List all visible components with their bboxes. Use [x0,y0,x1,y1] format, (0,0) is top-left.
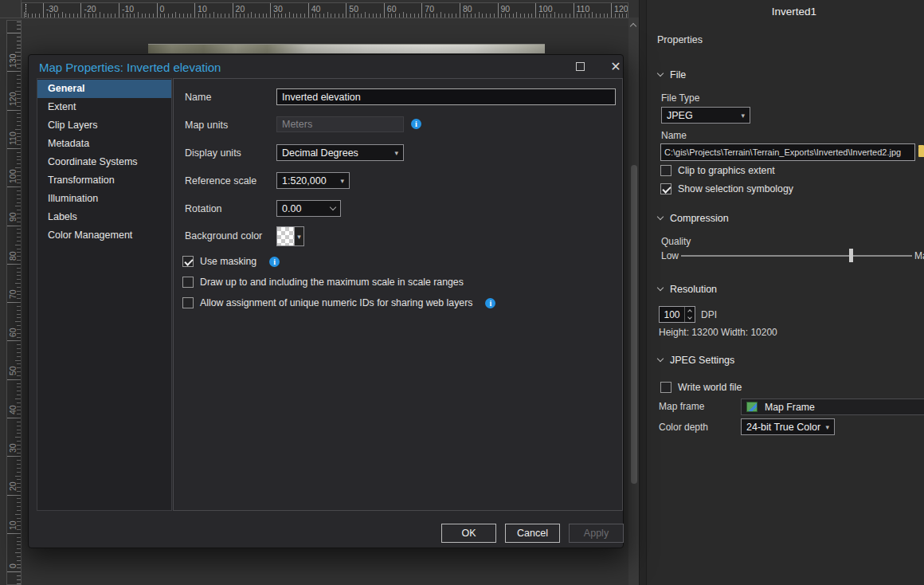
vertical-scrollbar[interactable] [628,18,639,585]
ruler-tick [270,3,271,18]
color-depth-dropdown[interactable]: 24-bit True Color ▾ [741,418,835,435]
write-world-file-checkbox[interactable] [660,382,671,393]
numeric-ids-label: Allow assignment of unique numeric IDs f… [200,297,472,308]
dpi-spinner[interactable]: 100 [659,306,695,323]
ruler-label: 60 [387,4,397,14]
sidebar-item-extent[interactable]: Extent [37,98,171,116]
write-world-file-row[interactable]: Write world file [660,382,742,393]
sidebar-item-clip-layers[interactable]: Clip Layers [37,116,171,135]
ruler-tick [77,14,78,18]
ruler-tick [520,14,521,18]
info-icon[interactable]: i [411,119,421,129]
section-compression[interactable]: Compression [658,213,729,224]
ruler-tick [546,14,547,18]
rotation-value: 0.00 [282,203,301,214]
ruler-tick [421,3,422,18]
info-icon[interactable]: i [485,298,495,308]
ruler-label: 50 [8,344,18,375]
ruler-tick [339,14,339,18]
map-name-input[interactable] [276,88,616,105]
ruler-tick [596,14,597,18]
clip-to-graphics-row[interactable]: Clip to graphics extent [660,165,775,176]
ruler-tick [138,12,139,18]
dialog-title[interactable]: Map Properties: Inverted elevation [39,61,221,74]
numeric-ids-row[interactable]: Allow assignment of unique numeric IDs f… [182,297,495,308]
close-icon[interactable]: ✕ [608,58,624,76]
ruler-tick [32,14,33,18]
sidebar-item-labels[interactable]: Labels [37,208,171,226]
file-type-value: JPEG [667,110,693,121]
sidebar-item-metadata[interactable]: Metadata [37,135,171,153]
ruler-tick [84,14,85,18]
scrollbar-up-icon[interactable] [630,23,636,29]
section-resolution[interactable]: Resolution [658,284,717,295]
ruler-tick [539,14,540,18]
ruler-tick [7,148,21,149]
spinner-down-icon[interactable] [687,315,692,320]
chevron-down-icon [657,355,664,362]
section-file[interactable]: File [658,69,686,80]
ruler-tick [7,226,21,226]
map-frame-field[interactable]: Map Frame [741,399,924,415]
rotation-combo[interactable]: 0.00 [276,200,341,217]
ruler-tick [361,14,362,18]
ruler-tick [581,14,581,18]
dropdown-arrow-icon: ▾ [340,177,344,185]
ruler-tick [168,14,169,18]
ruler-label: 30 [273,4,283,14]
quality-slider-thumb[interactable] [849,249,853,262]
sidebar-item-general[interactable]: General [37,80,171,98]
ruler-tick [39,14,40,18]
sidebar-item-coordinate-systems[interactable]: Coordinate Systems [37,153,171,171]
sidebar-item-transformation[interactable]: Transformation [37,171,171,190]
sidebar-item-illumination[interactable]: Illumination [37,190,171,208]
quality-slider[interactable] [681,255,912,257]
draw-max-scale-row[interactable]: Draw up to and including the maximum sca… [182,277,464,288]
clip-to-graphics-checkbox[interactable] [660,165,671,176]
info-icon[interactable]: i [269,257,280,267]
show-selection-checkbox[interactable] [660,183,671,194]
ruler-tick [69,14,70,18]
file-type-dropdown[interactable]: JPEG ▾ [661,107,750,124]
ruler-tick [585,14,585,18]
color-depth-value: 24-bit True Color [746,422,820,433]
display-units-dropdown[interactable]: Decimal Degrees ▾ [276,144,404,161]
ruler-label: 60 [8,305,18,337]
dialog-content-panel: Name Map units Meters i Display units De… [173,78,623,511]
background-color-picker[interactable]: ▾ [276,226,304,246]
file-name-label: Name [661,130,687,141]
ruler-tick [202,14,203,18]
use-masking-row[interactable]: Use masking i [182,256,280,267]
panel-divider[interactable] [639,0,647,585]
browse-folder-icon[interactable] [918,147,924,157]
use-masking-checkbox[interactable] [182,256,194,267]
restore-window-icon[interactable] [576,62,585,71]
ruler-tick [7,264,21,265]
reference-scale-dropdown[interactable]: 1:520,000 ▾ [276,172,350,189]
spinner-up-icon[interactable] [687,309,692,314]
section-jpeg-settings[interactable]: JPEG Settings [658,355,734,366]
ruler-tick [358,14,358,18]
ruler-tick [471,14,472,18]
cancel-button[interactable]: Cancel [505,524,560,543]
ok-button[interactable]: OK [441,524,496,543]
ruler-tick [17,29,21,29]
sidebar-item-color-management[interactable]: Color Management [37,226,171,245]
draw-max-scale-checkbox[interactable] [182,277,194,288]
ruler-tick [467,14,468,18]
ruler-label: 100 [538,4,553,14]
ruler-tick [213,12,214,18]
ruler-tick [164,14,165,18]
ruler-tick [622,14,623,18]
dpi-spinner-buttons[interactable] [684,307,695,322]
ruler-tick [7,186,21,187]
ruler-label: 50 [349,4,358,14]
ruler-tick [236,14,237,18]
scrollbar-thumb[interactable] [631,165,637,484]
ruler-tick [88,14,89,18]
file-path-input[interactable] [660,143,915,161]
show-selection-row[interactable]: Show selection symbology [660,183,793,194]
apply-button[interactable]: Apply [569,524,624,543]
numeric-ids-checkbox[interactable] [182,297,194,308]
ruler-tick [58,14,59,18]
